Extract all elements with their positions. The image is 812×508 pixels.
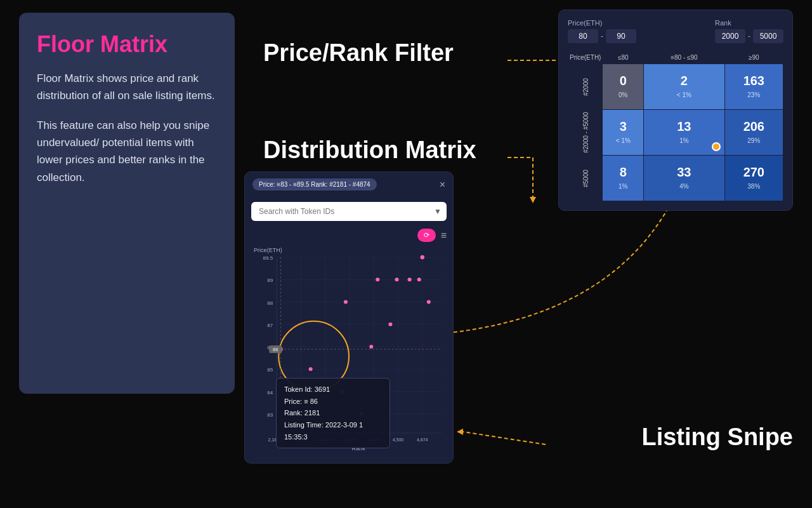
col-header-2: ≥90	[724, 51, 783, 64]
chart-search-container: ▼	[251, 202, 447, 221]
matrix-row-0: #2000 0 0% 2 < 1% 163 23%	[568, 64, 783, 110]
matrix-cell-0-1[interactable]: 2 < 1%	[644, 64, 725, 110]
svg-text:89: 89	[267, 277, 273, 283]
matrix-cell-2-0[interactable]: 8 1%	[603, 156, 644, 201]
svg-point-58	[427, 300, 431, 304]
svg-text:4,874: 4,874	[417, 438, 428, 442]
price-min-input[interactable]	[568, 29, 598, 43]
chevron-down-icon: ▼	[434, 207, 442, 216]
price-rank-filter-label: Price/Rank Filter	[263, 39, 454, 67]
price-filter-group: Price(ETH) -	[568, 19, 636, 43]
svg-point-54	[309, 367, 313, 371]
svg-text:3,000: 3,000	[320, 438, 331, 442]
chart-panel: Price: ≡83 - ≡89.5 Rank: #2181 - #4874 ×…	[244, 171, 454, 464]
svg-text:2,500: 2,500	[296, 438, 307, 442]
svg-point-56	[369, 345, 373, 349]
svg-text:86: 86	[273, 347, 278, 352]
distribution-matrix-label: Distribution Matrix	[263, 137, 476, 164]
matrix-panel: Price(ETH) - Rank - Price(ETH) ≤80 ≡	[558, 10, 793, 211]
svg-point-47	[376, 277, 379, 281]
panel-title: Floor Matrix	[37, 32, 217, 57]
svg-marker-7	[457, 429, 463, 435]
svg-text:4,000: 4,000	[368, 438, 379, 442]
row-header-0: #2000	[568, 64, 603, 110]
panel-para2: This feature can also help you snipe und…	[37, 117, 217, 186]
matrix-highlight-dot	[712, 142, 721, 151]
matrix-cell-2-1[interactable]: 33 4%	[644, 156, 725, 201]
chart-area: Price(ETH) 89.5 89 88	[245, 244, 453, 463]
chart-header: Price: ≡83 - ≡89.5 Rank: #2181 - #4874 ×	[245, 172, 453, 197]
row-header-2: #5000	[568, 156, 603, 201]
price-filter-inputs: -	[568, 29, 636, 43]
listing-snipe-label: Listing Snipe	[641, 424, 793, 451]
matrix-table: Price(ETH) ≤80 ≡80 - ≤90 ≥90 #2000 0 0% …	[568, 51, 783, 201]
matrix-cell-2-2[interactable]: 270 38%	[724, 156, 783, 201]
rank-filter-label: Rank	[715, 19, 783, 27]
price-filter-label: Price(ETH)	[568, 19, 636, 27]
left-panel: Floor Matrix Floor Matrix shows price an…	[19, 13, 235, 394]
matrix-cell-1-1[interactable]: 13 1%	[644, 110, 725, 156]
chart-close-button[interactable]: ×	[440, 179, 445, 190]
svg-point-42	[408, 277, 412, 281]
refresh-button[interactable]: ⟳	[417, 229, 436, 242]
matrix-filters: Price(ETH) - Rank -	[568, 19, 783, 43]
svg-text:3,500: 3,500	[344, 438, 355, 442]
svg-text:Rank: Rank	[352, 445, 366, 451]
rank-filter-inputs: -	[715, 29, 783, 43]
svg-point-44	[344, 300, 348, 304]
svg-point-45	[388, 323, 392, 326]
svg-text:88: 88	[267, 300, 273, 306]
matrix-row-1: #2000 - #5000 3 < 1% 13 1% 206 29%	[568, 110, 783, 156]
menu-button[interactable]: ≡	[441, 230, 447, 241]
rank-max-input[interactable]	[753, 29, 783, 43]
col-header-1: ≡80 - ≤90	[644, 51, 725, 64]
panel-para1: Floor Matrix shows price and rank distri…	[37, 70, 217, 104]
row-header-1: #2000 - #5000	[568, 110, 603, 156]
svg-line-6	[463, 432, 546, 444]
search-input[interactable]	[251, 202, 447, 221]
rank-dash: -	[748, 32, 750, 41]
price-rank-chart: Price(ETH) 89.5 89 88	[250, 244, 448, 455]
price-max-input[interactable]	[606, 29, 636, 43]
svg-text:84: 84	[267, 390, 273, 396]
matrix-cell-0-2[interactable]: 163 23%	[724, 64, 783, 110]
svg-point-59	[360, 412, 363, 416]
y-axis-label: Price(ETH)	[254, 247, 282, 253]
svg-marker-4	[530, 197, 536, 203]
svg-text:2,189.42: 2,189.42	[268, 438, 285, 442]
svg-point-46	[421, 255, 424, 259]
matrix-cell-0-0[interactable]: 0 0%	[603, 64, 644, 110]
matrix-cell-1-2[interactable]: 206 29%	[724, 110, 783, 156]
svg-text:85: 85	[267, 367, 273, 373]
svg-text:89.5: 89.5	[263, 255, 273, 261]
col-header-0: ≤80	[603, 51, 644, 64]
svg-point-57	[395, 277, 398, 281]
svg-point-55	[341, 389, 344, 393]
chart-toolbar: ⟳ ≡	[245, 226, 453, 244]
matrix-cell-1-0[interactable]: 3 < 1%	[603, 110, 644, 156]
chart-filter-badge: Price: ≡83 - ≡89.5 Rank: #2181 - #4874	[252, 178, 377, 190]
svg-text:87: 87	[267, 323, 273, 328]
rank-filter-group: Rank -	[715, 19, 783, 43]
rank-min-input[interactable]	[715, 29, 745, 43]
price-dash: -	[601, 32, 603, 41]
matrix-row-2: #5000 8 1% 33 4% 270 38%	[568, 156, 783, 201]
svg-point-43	[417, 277, 421, 281]
matrix-corner: Price(ETH)	[568, 51, 603, 64]
svg-text:83: 83	[267, 412, 273, 418]
svg-text:4,500: 4,500	[393, 438, 404, 442]
